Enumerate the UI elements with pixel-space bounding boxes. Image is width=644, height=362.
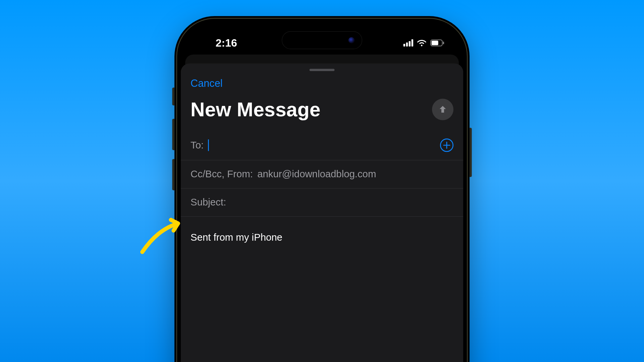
compose-title: New Message xyxy=(191,98,321,121)
subject-label: Subject: xyxy=(191,197,226,208)
to-label: To: xyxy=(191,139,204,151)
arrow-up-icon xyxy=(438,105,447,114)
to-field[interactable]: To: xyxy=(181,130,463,160)
text-cursor xyxy=(208,139,209,151)
send-button[interactable] xyxy=(432,99,453,120)
power-button xyxy=(470,128,472,177)
status-time: 2:16 xyxy=(200,37,253,49)
battery-icon xyxy=(430,39,445,46)
screen: 2:16 xyxy=(181,22,463,362)
cc-bcc-from-field[interactable]: Cc/Bcc, From: ankur@idownloadblog.com xyxy=(181,161,463,189)
from-email: ankur@idownloadblog.com xyxy=(257,169,376,180)
silence-switch xyxy=(172,87,174,105)
volume-down-button xyxy=(172,159,174,190)
email-signature: Sent from my iPhone xyxy=(191,232,453,244)
subject-field[interactable]: Subject: xyxy=(181,189,463,217)
cellular-signal-icon xyxy=(404,39,413,46)
cc-bcc-from-label: Cc/Bcc, From: xyxy=(191,169,253,180)
wifi-icon xyxy=(417,39,427,46)
dynamic-island xyxy=(282,31,362,49)
add-contact-button[interactable] xyxy=(440,138,453,152)
iphone-frame: 2:16 xyxy=(174,16,470,362)
cancel-button[interactable]: Cancel xyxy=(191,77,222,89)
plus-icon xyxy=(443,142,450,149)
volume-up-button xyxy=(172,119,174,150)
sheet-grabber[interactable] xyxy=(310,69,335,71)
svg-rect-2 xyxy=(443,42,444,44)
message-body[interactable]: Sent from my iPhone xyxy=(181,217,463,259)
compose-sheet: Cancel New Message To: xyxy=(181,63,463,362)
svg-rect-1 xyxy=(432,41,438,45)
front-camera-icon xyxy=(348,37,355,44)
